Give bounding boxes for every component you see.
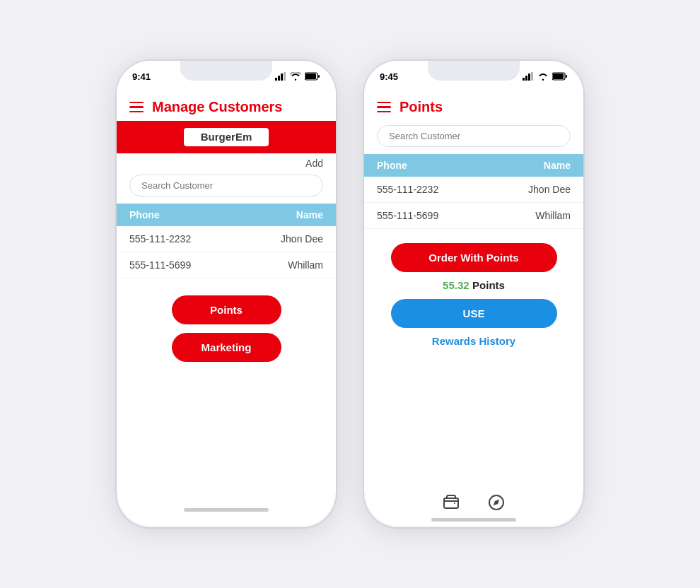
name-cell: Whillam: [226, 259, 323, 271]
table-body-2: 555-111-2232 Jhon Dee 555-111-5699 Whill…: [364, 177, 583, 229]
battery-icon-2: [552, 72, 568, 81]
search-input-1[interactable]: [129, 175, 323, 196]
svg-rect-13: [566, 75, 567, 78]
points-display: 55.32 Points: [443, 279, 505, 292]
col-name-header-2: Name: [474, 160, 571, 171]
svg-marker-16: [494, 499, 499, 505]
name-cell: Whillam: [474, 210, 571, 221]
home-indicator-1: [184, 508, 269, 512]
col-phone-header-1: Phone: [129, 209, 226, 220]
battery-icon: [305, 72, 320, 81]
phone-points: 9:45: [364, 61, 583, 527]
svg-rect-14: [444, 498, 458, 508]
hamburger-icon-2[interactable]: [377, 102, 391, 113]
points-value: 55.32: [443, 279, 469, 291]
col-name-header-1: Name: [226, 209, 323, 220]
phone-cell: 555-111-5699: [129, 259, 226, 271]
phone-cell: 555-111-5699: [377, 210, 474, 221]
table-row[interactable]: 555-111-2232 Jhon Dee: [117, 226, 336, 252]
phone2-bottom: [364, 492, 583, 527]
phone1-header: Manage Customers: [117, 92, 336, 121]
order-with-points-button[interactable]: Order With Points: [391, 243, 557, 272]
points-button[interactable]: Points: [172, 295, 281, 324]
search-bar-wrap-2: [364, 121, 583, 151]
name-cell: Jhon Dee: [226, 233, 323, 245]
brand-name: BurgerEm: [201, 131, 252, 143]
svg-rect-6: [318, 75, 320, 78]
phone1-bottom: [117, 492, 336, 527]
svg-rect-0: [275, 78, 277, 81]
wallet-svg-icon: [443, 494, 460, 511]
phone-notch: [180, 61, 272, 81]
brand-bar-inner: BurgerEm: [184, 128, 269, 146]
svg-rect-12: [553, 74, 564, 79]
brand-bar: BurgerEm: [117, 121, 336, 153]
scene: 9:41: [0, 0, 700, 588]
svg-rect-5: [305, 74, 316, 79]
phone1-content: Manage Customers BurgerEm Add Phone Name…: [117, 92, 336, 492]
points-area: Order With Points 55.32 Points USE Rewar…: [364, 229, 583, 354]
svg-rect-1: [278, 76, 280, 81]
page-title-2: Points: [399, 99, 443, 115]
home-indicator-2: [431, 518, 516, 522]
status-icons-2: [523, 72, 568, 81]
phone2-content: Points Phone Name 555-111-2232 Jhon Dee …: [364, 92, 583, 492]
svg-rect-10: [531, 72, 533, 81]
svg-rect-3: [284, 72, 286, 81]
search-input-2[interactable]: [377, 125, 571, 147]
add-button[interactable]: Add: [305, 158, 323, 169]
svg-rect-7: [523, 78, 525, 81]
table-row[interactable]: 555-111-5699 Whillam: [364, 203, 583, 229]
signal-icon-2: [523, 72, 534, 81]
phone2-header: Points: [364, 92, 583, 121]
hamburger-icon-1[interactable]: [129, 102, 144, 113]
compass-svg-icon: [488, 494, 505, 511]
search-bar-wrap-1: [117, 170, 336, 201]
use-button[interactable]: USE: [391, 299, 557, 328]
phone-notch-2: [428, 61, 520, 81]
svg-rect-9: [528, 74, 530, 81]
wifi-icon-2: [537, 72, 549, 81]
status-icons-1: [275, 72, 320, 81]
table-header-1: Phone Name: [117, 204, 336, 226]
wifi-icon: [290, 72, 301, 81]
phone-cell: 555-111-2232: [377, 184, 474, 195]
name-cell: Jhon Dee: [474, 184, 571, 195]
signal-icon: [275, 72, 286, 81]
bottom-nav: [421, 494, 526, 515]
table-body-1: 555-111-2232 Jhon Dee 555-111-5699 Whill…: [117, 226, 336, 278]
status-time-1: 9:41: [132, 71, 151, 82]
compass-nav-icon[interactable]: [488, 494, 505, 515]
page-title-1: Manage Customers: [152, 99, 283, 115]
col-phone-header-2: Phone: [377, 160, 474, 171]
rewards-history-link[interactable]: Rewards History: [432, 335, 515, 347]
svg-rect-2: [281, 74, 283, 81]
svg-rect-8: [525, 76, 527, 81]
marketing-button[interactable]: Marketing: [172, 333, 281, 362]
phone-cell: 555-111-2232: [129, 233, 226, 245]
table-row[interactable]: 555-111-5699 Whillam: [117, 252, 336, 278]
phone-manage-customers: 9:41: [117, 61, 336, 527]
wallet-nav-icon[interactable]: [443, 494, 460, 515]
add-link-wrap: Add: [117, 153, 336, 170]
table-header-2: Phone Name: [364, 154, 583, 177]
status-time-2: 9:45: [380, 71, 398, 82]
points-suffix: Points: [472, 279, 505, 291]
action-buttons-1: Points Marketing: [117, 278, 336, 379]
table-row[interactable]: 555-111-2232 Jhon Dee: [364, 177, 583, 203]
